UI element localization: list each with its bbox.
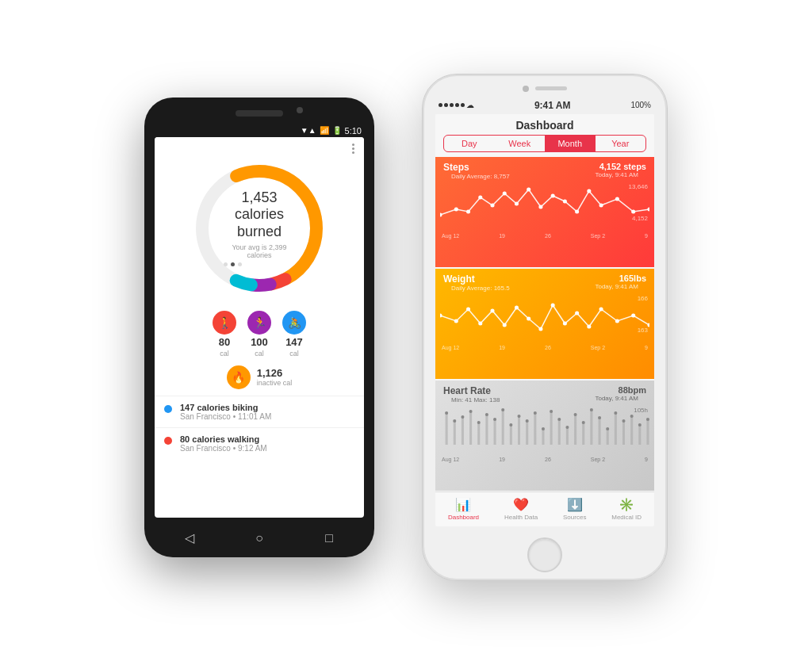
svg-point-66 [453,419,456,423]
iphone-home-button[interactable] [527,537,562,572]
svg-point-19 [615,197,619,201]
iphone-tab-bar: 📊 Dashboard ❤️ Health Data ⬇️ Sources ✳️… [435,491,654,526]
tab-month[interactable]: Month [545,136,596,151]
inactive-row: 🔥 1,126 inactive cal [155,362,364,392]
tabbar-sources[interactable]: ⬇️ Sources [563,497,586,521]
android-screen: 1,453 calories burned Your avg is 2,399 … [155,137,364,518]
tabbar-dashboard[interactable]: 📊 Dashboard [448,497,479,521]
donut-chart: 1,453 calories burned Your avg is 2,399 … [188,157,331,300]
svg-point-89 [638,423,642,426]
svg-point-75 [526,419,529,423]
dashboard-icon: 📊 [455,497,471,512]
steps-chart: 13,646 [435,182,654,233]
walking-list-subtitle: San Francisco • 9:12 AM [180,444,267,453]
biking-dot [164,405,172,413]
tab-week[interactable]: Week [495,136,546,151]
svg-point-77 [542,427,545,430]
home-button[interactable]: ○ [252,531,266,545]
steps-title: Steps [443,162,518,173]
back-button[interactable]: ◁ [182,531,197,545]
svg-point-80 [565,426,569,429]
svg-point-10 [503,191,507,195]
signal-dot-3 [450,103,454,107]
tab-year[interactable]: Year [596,136,646,151]
more-menu-button[interactable] [352,143,354,154]
weight-header: Weight Daily Average: 165.5 165lbs Today… [435,269,654,293]
biking-icon: 🚴 [282,311,306,335]
walking-icon: 🚶 [213,311,236,335]
svg-point-34 [587,324,591,328]
svg-point-70 [485,413,488,416]
signal-dot-4 [455,103,459,107]
health-cards: Steps Daily Average: 8,757 4,152 steps T… [435,157,654,491]
svg-point-74 [517,415,520,418]
iphone: ☁ 9:41 AM 100% Dashboard Day Week Month … [422,74,668,581]
svg-point-13 [538,205,542,208]
svg-point-88 [630,415,634,418]
svg-point-27 [503,323,507,327]
steps-time: Today, 9:41 AM [587,171,646,178]
steps-card: Steps Daily Average: 8,757 4,152 steps T… [435,157,654,267]
tabbar-medical-label: Medical ID [611,514,642,521]
iphone-camera-area [523,86,567,92]
sources-icon: ⬇️ [567,497,583,512]
weight-chart: 166 [435,293,654,345]
svg-point-18 [599,203,603,207]
weight-avg: Daily Average: 165.5 [443,285,518,292]
svg-point-20 [631,209,635,213]
weight-value: 165lbs [587,273,646,283]
steps-min: 4,152 [632,215,648,222]
inactive-icon: 🔥 [227,365,251,389]
period-tabs[interactable]: Day Week Month Year [443,135,646,152]
svg-point-83 [590,408,593,411]
steps-avg: Daily Average: 8,757 [443,173,518,180]
tabbar-health-data[interactable]: ❤️ Health Data [504,497,538,521]
heart-time: Today, 9:41 AM [587,395,646,402]
svg-point-31 [551,303,555,307]
signal-dot-2 [444,103,448,107]
svg-point-5 [440,212,442,216]
iphone-status-bar: ☁ 9:41 AM 100% [423,75,667,114]
activity-biking: 🚴 147 cal [282,311,306,358]
heart-rate-card: Heart Rate Min: 41 Max: 138 88bpm Today,… [435,381,654,491]
weight-chart-labels: Aug 12 19 26 Sep 2 9 [435,345,654,350]
page-dots [224,262,295,266]
running-icon: 🏃 [247,311,271,335]
running-value: 100 [251,336,268,348]
svg-point-86 [614,411,617,415]
front-camera [523,86,529,92]
health-data-icon: ❤️ [513,497,529,512]
svg-point-90 [646,418,649,421]
signal-dot-1 [439,103,442,107]
svg-point-22 [440,313,442,317]
svg-point-32 [563,321,567,325]
weight-title: Weight [443,273,518,285]
dashboard-title: Dashboard [435,114,654,135]
tabbar-medical-id[interactable]: ✳️ Medical ID [611,497,642,521]
svg-point-23 [454,319,458,323]
svg-point-73 [509,423,512,426]
heart-range: Min: 41 Max: 138 [443,396,508,403]
walking-dot [164,437,172,445]
signal-dot-5 [461,103,465,107]
tabbar-dashboard-label: Dashboard [448,514,479,521]
recents-button[interactable]: □ [322,531,336,545]
dot-1 [224,262,228,266]
svg-point-82 [582,421,585,424]
weight-card: Weight Daily Average: 165.5 165lbs Today… [435,269,654,379]
iphone-time: 9:41 AM [534,100,571,111]
earpiece-speaker [535,86,567,90]
steps-max: 13,646 [629,183,648,190]
svg-point-25 [478,321,482,325]
list-item: 80 calories walking San Francisco • 9:12… [155,427,364,459]
iphone-screen: Dashboard Day Week Month Year Steps Dail… [435,114,654,526]
svg-point-11 [515,201,519,205]
svg-point-87 [622,419,625,423]
biking-list-subtitle: San Francisco • 11:01 AM [180,412,271,421]
svg-point-71 [493,418,496,421]
heart-chart: 105h [435,405,654,457]
tab-day[interactable]: Day [444,136,495,151]
svg-point-37 [631,313,635,317]
signal-area: ☁ [439,101,474,109]
heart-value: 88bpm [587,385,646,395]
